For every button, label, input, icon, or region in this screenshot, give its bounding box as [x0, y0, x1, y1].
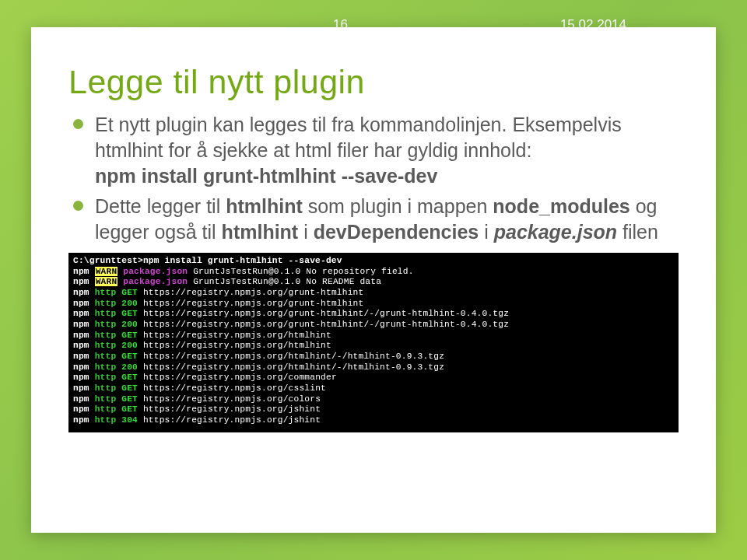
t-npm: npm: [73, 288, 89, 297]
t-warn: WARN: [95, 267, 118, 276]
t-get: GET: [121, 309, 138, 318]
t-200: 200: [121, 362, 138, 372]
t-npm: npm: [73, 277, 89, 286]
t-get: GET: [121, 331, 138, 340]
t-url: https://registry.npmjs.org/grunt-htmlhin…: [143, 299, 363, 308]
t-http: http: [95, 320, 117, 329]
t-http: http: [95, 331, 117, 340]
t-200: 200: [121, 341, 138, 350]
t-url: https://registry.npmjs.org/commander: [143, 373, 337, 382]
t-200: 200: [121, 320, 138, 329]
t-npm: npm: [73, 331, 89, 340]
slide-title: Legge til nytt plugin: [68, 63, 679, 101]
t-get: GET: [121, 404, 138, 414]
t-304: 304: [121, 415, 138, 425]
t-url: https://registry.npmjs.org/htmlhint/-/ht…: [143, 362, 444, 372]
t-npm: npm: [73, 394, 89, 404]
t-http: http: [95, 404, 117, 414]
b2-seg-a: Dette legger til: [95, 195, 226, 217]
t-url: https://registry.npmjs.org/jshint: [143, 404, 321, 414]
bullet-2: Dette legger til htmlhint som plugin i m…: [73, 194, 679, 245]
t-url: https://registry.npmjs.org/jshint: [143, 415, 321, 425]
t-npm: npm: [73, 299, 89, 308]
t-url: https://registry.npmjs.org/htmlhint: [143, 331, 331, 340]
t-pkg: package.json: [123, 267, 188, 276]
t-npm: npm: [73, 362, 89, 372]
t-npm: npm: [73, 267, 89, 276]
t-warn1: GruntJsTestRun@0.1.0 No repository field…: [188, 267, 413, 276]
t-http: http: [95, 362, 117, 372]
t-http: http: [95, 309, 117, 318]
t-url: https://registry.npmjs.org/csslint: [143, 383, 326, 393]
b2-seg-k: filen: [617, 221, 658, 243]
t-200: 200: [121, 299, 138, 308]
t-url: https://registry.npmjs.org/htmlhint/-/ht…: [143, 352, 444, 361]
t-http: http: [95, 299, 117, 308]
t-http: http: [95, 394, 117, 404]
t-get: GET: [121, 352, 138, 361]
b2-devdeps: devDependencies: [314, 221, 479, 243]
t-http: http: [95, 383, 117, 393]
t-npm: npm: [73, 341, 89, 350]
b2-package-json: package.json: [494, 221, 617, 243]
slide: Legge til nytt plugin Et nytt plugin kan…: [31, 27, 716, 533]
bullet-1-command: npm install grunt-htmlhint --save-dev: [95, 165, 437, 187]
terminal-output: C:\grunttest>npm install grunt-htmlhint …: [68, 253, 679, 432]
t-npm: npm: [73, 404, 89, 414]
b2-seg-i: i: [479, 221, 493, 243]
t-get: GET: [121, 288, 138, 297]
t-npm: npm: [73, 383, 89, 393]
t-http: http: [95, 341, 117, 350]
t-url: https://registry.npmjs.org/colors: [143, 394, 321, 404]
t-warn2: GruntJsTestRun@0.1.0 No README data: [188, 277, 381, 286]
b2-seg-c: som plugin i mappen: [303, 195, 493, 217]
terminal-prompt: C:\grunttest>npm install grunt-htmlhint …: [73, 256, 342, 265]
t-http: http: [95, 373, 117, 382]
bullet-list: Et nytt plugin kan legges til fra komman…: [73, 112, 679, 245]
t-url: https://registry.npmjs.org/grunt-htmlhin…: [143, 288, 363, 297]
t-get: GET: [121, 373, 138, 382]
t-npm: npm: [73, 352, 89, 361]
b2-node-modules: node_modules: [493, 195, 630, 217]
b2-htmlhint-1: htmlhint: [226, 195, 303, 217]
t-npm: npm: [73, 309, 89, 318]
t-http: http: [95, 415, 117, 425]
b2-seg-g: i: [298, 221, 313, 243]
bullet-1: Et nytt plugin kan legges til fra komman…: [73, 112, 679, 189]
t-npm: npm: [73, 373, 89, 382]
t-get: GET: [121, 383, 138, 393]
t-url: https://registry.npmjs.org/grunt-htmlhin…: [143, 309, 509, 318]
t-http: http: [95, 352, 117, 361]
bullet-1-text: Et nytt plugin kan legges til fra komman…: [95, 114, 622, 161]
t-pkg: package.json: [123, 277, 188, 286]
t-get: GET: [121, 394, 138, 404]
t-npm: npm: [73, 320, 89, 329]
t-http: http: [95, 288, 117, 297]
t-url: https://registry.npmjs.org/htmlhint: [143, 341, 331, 350]
b2-htmlhint-2: htmlhint: [222, 221, 299, 243]
t-url: https://registry.npmjs.org/grunt-htmlhin…: [143, 320, 509, 329]
t-npm: npm: [73, 415, 89, 425]
t-warn: WARN: [95, 277, 118, 286]
